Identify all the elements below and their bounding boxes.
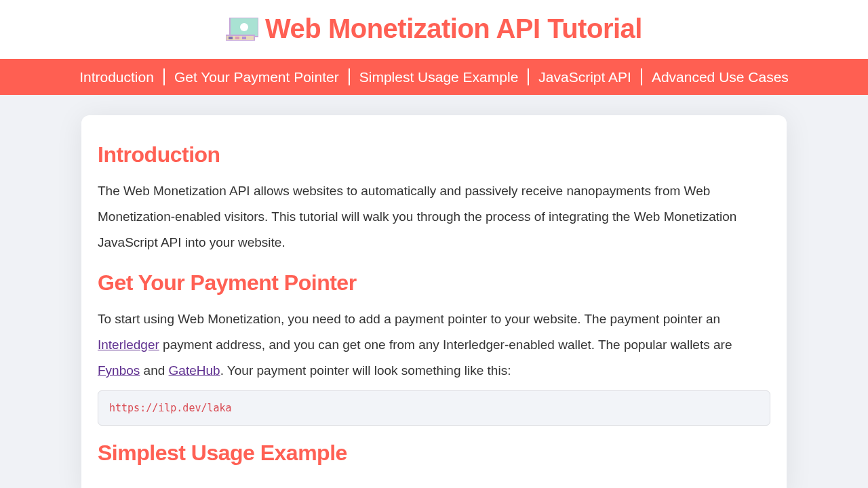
page-title-text: Web Monetization API Tutorial [265, 14, 642, 43]
nav-advanced[interactable]: Advanced Use Cases [642, 68, 798, 85]
pointer-text-3: and [140, 363, 168, 378]
main-nav: Introduction Get Your Payment Pointer Si… [0, 59, 868, 95]
nav-javascript-api[interactable]: JavaScript API [529, 68, 642, 85]
link-interledger[interactable]: Interledger [98, 338, 159, 352]
payment-pointer-code: https://ilp.dev/laka [98, 390, 770, 426]
money-icon [226, 16, 258, 47]
content-card: Introduction The Web Monetization API al… [81, 115, 787, 488]
svg-rect-4 [235, 37, 239, 39]
svg-rect-5 [242, 37, 246, 39]
link-fynbos[interactable]: Fynbos [98, 363, 140, 378]
section-heading-intro: Introduction [98, 142, 770, 167]
page-title: Web Monetization API Tutorial [0, 14, 868, 47]
page-header: Web Monetization API Tutorial [0, 0, 868, 59]
nav-usage-example[interactable]: Simplest Usage Example [350, 68, 530, 85]
svg-point-1 [240, 23, 248, 31]
svg-rect-3 [229, 37, 233, 39]
section-heading-pointer: Get Your Payment Pointer [98, 270, 770, 296]
pointer-body: To start using Web Monetization, you nee… [98, 306, 770, 384]
nav-payment-pointer[interactable]: Get Your Payment Pointer [165, 68, 350, 85]
link-gatehub[interactable]: GateHub [169, 363, 220, 378]
nav-introduction[interactable]: Introduction [70, 68, 165, 85]
pointer-text-2: payment address, and you can get one fro… [159, 338, 732, 352]
pointer-text-4: . Your payment pointer will look somethi… [220, 363, 511, 378]
pointer-text-1: To start using Web Monetization, you nee… [98, 312, 720, 326]
section-heading-example: Simplest Usage Example [98, 441, 770, 466]
intro-body: The Web Monetization API allows websites… [98, 178, 770, 256]
